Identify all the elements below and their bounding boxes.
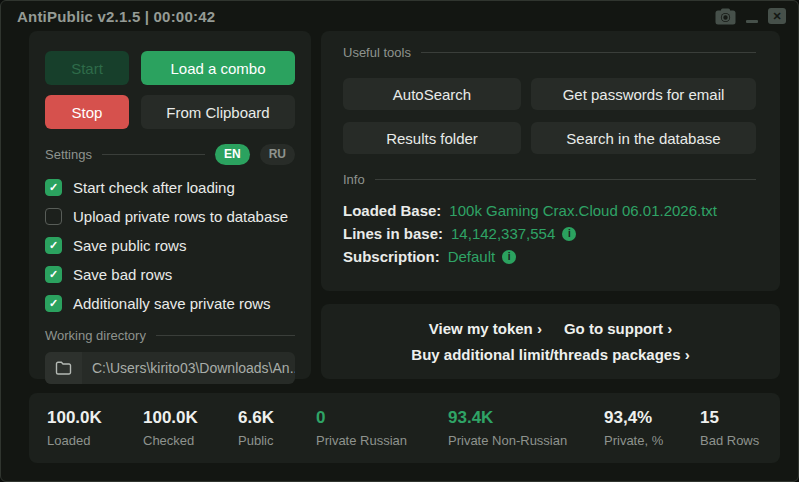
info-row-label: Loaded Base: — [343, 202, 441, 219]
info-list: Loaded Base: 100k Gaming Crax.Cloud 06.0… — [343, 199, 756, 268]
screenshot-button[interactable] — [715, 8, 736, 25]
info-row-label: Subscription: — [343, 248, 440, 265]
stat-value: 0 — [316, 408, 448, 428]
stat-private-non-russian: 93.4K Private Non-Russian — [448, 408, 604, 448]
divider — [156, 335, 295, 336]
info-row-subscription: Subscription: Default i — [343, 245, 756, 268]
from-clipboard-button[interactable]: From Clipboard — [141, 95, 295, 129]
info-header: Info — [343, 170, 756, 188]
stat-label: Public — [238, 433, 316, 448]
view-my-token-link[interactable]: View my token › — [429, 320, 542, 337]
stat-private-percent: 93,4% Private, % — [604, 408, 700, 448]
browse-folder-button[interactable] — [45, 352, 82, 384]
checkbox-icon: ✓ — [45, 237, 62, 254]
stat-public: 6.6K Public — [238, 408, 316, 448]
checkbox-label: Save public rows — [73, 237, 186, 254]
checkbox-icon: ✓ — [45, 208, 62, 225]
go-to-support-link[interactable]: Go to support › — [564, 320, 672, 337]
stat-value: 6.6K — [238, 408, 316, 428]
stat-label: Private Non-Russian — [448, 433, 604, 448]
info-row-loaded-base: Loaded Base: 100k Gaming Crax.Cloud 06.0… — [343, 199, 756, 222]
stat-label: Checked — [143, 433, 238, 448]
checkbox-upload-private-rows[interactable]: ✓ Upload private rows to database — [45, 202, 295, 231]
stat-value: 100.0K — [143, 408, 238, 428]
stat-label: Private Russian — [316, 433, 448, 448]
loaded-base-value: 100k Gaming Crax.Cloud 06.01.2026.txt — [449, 202, 717, 219]
language-ru-button[interactable]: RU — [260, 144, 295, 165]
tools-info-panel: Useful tools AutoSearch Get passwords fo… — [321, 31, 780, 291]
divider — [375, 179, 756, 180]
get-passwords-button[interactable]: Get passwords for email — [531, 78, 756, 110]
divider — [421, 52, 756, 53]
info-icon[interactable]: i — [502, 250, 516, 264]
folder-icon — [55, 361, 72, 375]
control-panel: Start Load a combo Stop From Clipboard S… — [29, 31, 311, 379]
checkbox-start-check-after-loading[interactable]: ✓ Start check after loading — [45, 173, 295, 202]
links-row-bottom: Buy additional limit/threads packages › — [411, 346, 689, 363]
info-icon[interactable]: i — [562, 227, 576, 241]
stat-label: Loaded — [47, 433, 143, 448]
stat-private-russian: 0 Private Russian — [316, 408, 448, 448]
divider — [102, 154, 205, 155]
info-row-label: Lines in base: — [343, 225, 443, 242]
checkbox-label: Save bad rows — [73, 266, 172, 283]
titlebar: AntiPublic v2.1.5 | 00:00:42 ✕ — [1, 1, 798, 31]
stat-label: Bad Rows — [700, 433, 759, 448]
checkbox-icon: ✓ — [45, 266, 62, 283]
close-button[interactable]: ✕ — [768, 8, 786, 24]
checkbox-icon: ✓ — [45, 179, 62, 196]
stat-value: 100.0K — [47, 408, 143, 428]
useful-tools-label: Useful tools — [343, 45, 411, 60]
results-folder-button[interactable]: Results folder — [343, 122, 521, 154]
app-window: AntiPublic v2.1.5 | 00:00:42 ✕ — [0, 0, 799, 482]
run-buttons: Start Load a combo Stop From Clipboard — [45, 51, 295, 129]
stat-value: 93,4% — [604, 408, 700, 428]
lines-in-base-value: 14,142,337,554 — [451, 225, 555, 242]
stat-label: Private, % — [604, 433, 700, 448]
language-en-button[interactable]: EN — [215, 144, 250, 165]
stop-button[interactable]: Stop — [45, 95, 129, 129]
load-combo-button[interactable]: Load a combo — [141, 51, 295, 85]
working-directory-input: C:\Users\kirito03\Downloads\An... — [45, 352, 295, 384]
start-button[interactable]: Start — [45, 51, 129, 85]
useful-tools-header: Useful tools — [343, 45, 756, 60]
camera-icon — [715, 8, 736, 25]
checkbox-label: Start check after loading — [73, 179, 235, 196]
settings-header: Settings EN RU — [45, 143, 295, 165]
window-controls: ✕ — [715, 8, 786, 25]
window-title: AntiPublic v2.1.5 | 00:00:42 — [17, 8, 215, 25]
stat-value: 93.4K — [448, 408, 604, 428]
working-directory-path[interactable]: C:\Users\kirito03\Downloads\An... — [82, 352, 295, 384]
minimize-button[interactable] — [746, 10, 758, 23]
checkbox-label: Additionally save private rows — [73, 295, 271, 312]
settings-checkboxes: ✓ Start check after loading ✓ Upload pri… — [45, 173, 295, 318]
minimize-icon — [746, 20, 758, 23]
settings-label: Settings — [45, 147, 92, 162]
info-label: Info — [343, 172, 365, 187]
checkbox-label: Upload private rows to database — [73, 208, 288, 225]
stat-value: 15 — [700, 408, 759, 428]
autosearch-button[interactable]: AutoSearch — [343, 78, 521, 110]
checkbox-additionally-save-private-rows[interactable]: ✓ Additionally save private rows — [45, 289, 295, 318]
checkbox-icon: ✓ — [45, 295, 62, 312]
links-row-top: View my token › Go to support › — [429, 320, 672, 337]
links-panel: View my token › Go to support › Buy addi… — [321, 304, 780, 379]
working-directory-header: Working directory — [45, 326, 295, 344]
buy-packages-link[interactable]: Buy additional limit/threads packages › — [411, 346, 689, 363]
stat-bad-rows: 15 Bad Rows — [700, 408, 759, 448]
stat-loaded: 100.0K Loaded — [47, 408, 143, 448]
checkbox-save-bad-rows[interactable]: ✓ Save bad rows — [45, 260, 295, 289]
stat-checked: 100.0K Checked — [143, 408, 238, 448]
useful-tools-buttons: AutoSearch Get passwords for email Resul… — [343, 78, 756, 154]
info-row-lines-in-base: Lines in base: 14,142,337,554 i — [343, 222, 756, 245]
close-icon: ✕ — [768, 8, 786, 24]
stats-bar: 100.0K Loaded 100.0K Checked 6.6K Public… — [29, 393, 780, 463]
subscription-value: Default — [448, 248, 496, 265]
checkbox-save-public-rows[interactable]: ✓ Save public rows — [45, 231, 295, 260]
search-database-button[interactable]: Search in the database — [531, 122, 756, 154]
working-directory-label: Working directory — [45, 328, 146, 343]
